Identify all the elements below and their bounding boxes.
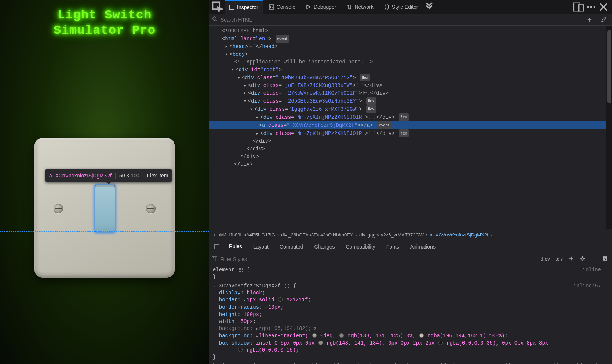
app-title-line1: Light Switch bbox=[0, 8, 209, 22]
tab-console[interactable]: Console bbox=[264, 0, 300, 14]
twisty-icon[interactable]: ▸ bbox=[256, 114, 260, 121]
funnel-icon bbox=[212, 256, 217, 262]
ellipsis-icon[interactable] bbox=[249, 44, 255, 48]
guide-h2 bbox=[0, 231, 209, 232]
tab-inspector[interactable]: Inspector bbox=[225, 0, 263, 14]
twisty-icon[interactable]: ▸ bbox=[256, 130, 260, 137]
dom-tree[interactable]: <!DOCTYPE html> <html lang="en"> event ▸… bbox=[209, 26, 612, 229]
flex-badge[interactable]: flex bbox=[366, 105, 376, 113]
ellipsis-icon[interactable] bbox=[363, 91, 369, 95]
tab-network[interactable]: Network bbox=[342, 0, 378, 14]
twisty-icon[interactable]: ▸ bbox=[244, 89, 248, 97]
light-mode-icon[interactable] bbox=[578, 256, 587, 262]
breadcrumb-item[interactable]: div._26bGEba3Euw3sOiNbho0EY bbox=[281, 232, 353, 238]
subtab-fonts[interactable]: Fonts bbox=[381, 240, 404, 253]
flex-badge[interactable]: flex bbox=[399, 129, 409, 137]
more-tabs-icon[interactable] bbox=[424, 1, 435, 12]
rule-selector[interactable]: .-XCVnVcYofozrSjDgMX2f bbox=[213, 283, 281, 289]
color-swatch-icon[interactable] bbox=[238, 348, 243, 352]
svg-rect-1 bbox=[230, 5, 234, 10]
rules-pane[interactable]: element {inline } .-XCVnVcYofozrSjDgMX2f… bbox=[209, 265, 612, 364]
twisty-icon[interactable]: ▾ bbox=[244, 98, 248, 105]
svg-rect-4 bbox=[579, 5, 583, 11]
dom-selected-row[interactable]: <a class="-XCVnVcYofozrSjDgMX2f"></a> ev… bbox=[209, 121, 610, 129]
twisty-icon[interactable]: ▾ bbox=[249, 106, 254, 113]
pick-element-icon[interactable] bbox=[212, 1, 223, 12]
breadcrumb: ‹ bMJHJb89HaA4P5UG17iG › div._26bGEba3Eu… bbox=[209, 229, 612, 240]
grip-icon[interactable] bbox=[238, 268, 243, 272]
rule-source[interactable]: inline:57 bbox=[573, 283, 601, 290]
page-preview: Light Switch Simulator Pro a.-XCnVncYofo… bbox=[0, 0, 209, 364]
flex-badge[interactable]: flex bbox=[399, 113, 409, 121]
color-swatch-icon[interactable] bbox=[312, 333, 317, 338]
cls-toggle[interactable]: .cls bbox=[554, 256, 565, 262]
subtab-layout[interactable]: Layout bbox=[248, 240, 274, 253]
event-badge[interactable]: event bbox=[276, 35, 289, 43]
flex-badge[interactable]: flex bbox=[366, 97, 376, 105]
eyedropper-icon[interactable] bbox=[598, 14, 609, 25]
subtab-compatibility[interactable]: Compatibility bbox=[340, 240, 380, 253]
breadcrumb-item-active[interactable]: a.-XCVnVcYofozrSjDgMX2f bbox=[430, 232, 488, 238]
svg-rect-9 bbox=[215, 244, 219, 249]
color-swatch-icon[interactable] bbox=[419, 333, 424, 338]
subtab-rules[interactable]: Rules bbox=[224, 240, 247, 253]
twisty-icon[interactable]: ▾ bbox=[231, 66, 236, 74]
new-rule-icon[interactable] bbox=[567, 256, 575, 262]
color-swatch-icon[interactable] bbox=[339, 333, 344, 338]
rule-source[interactable]: inline bbox=[583, 266, 601, 273]
guide-v1 bbox=[95, 0, 95, 364]
filter-styles-input[interactable] bbox=[220, 256, 536, 262]
twisty-icon[interactable]: ▾ bbox=[237, 74, 242, 82]
breadcrumb-item[interactable]: bMJHJb89HaA4P5UG17iG bbox=[217, 232, 275, 238]
app-title-line2: Simulator Pro bbox=[0, 23, 209, 37]
switch-plate bbox=[34, 138, 175, 278]
ellipsis-icon[interactable] bbox=[357, 83, 363, 87]
breadcrumb-item[interactable]: div.Igqghav2z6_xrMXT372GW bbox=[359, 232, 424, 238]
dom-doctype: <!DOCTYPE html> bbox=[222, 28, 268, 34]
guide-v2 bbox=[116, 0, 116, 364]
tooltip-selector: a.-XCnVncYofozrSjDgMX2f bbox=[49, 173, 116, 179]
color-swatch-icon[interactable] bbox=[278, 297, 283, 302]
grip-icon[interactable] bbox=[285, 284, 289, 288]
breadcrumb-prev-icon[interactable]: ‹ bbox=[211, 232, 217, 238]
devtools-tabbar: Inspector Console Debugger Network Style… bbox=[209, 0, 612, 14]
hov-toggle[interactable]: :hov bbox=[539, 256, 551, 262]
search-html-input[interactable] bbox=[221, 17, 581, 23]
search-icon bbox=[212, 16, 218, 23]
subtab-changes[interactable]: Changes bbox=[309, 240, 340, 253]
close-devtools-icon[interactable] bbox=[598, 1, 609, 12]
rule-selector[interactable]: element bbox=[213, 267, 234, 273]
dom-scrollbar[interactable] bbox=[606, 26, 612, 229]
inspector-tooltip: a.-XCnVncYofozrSjDgMX2f 50 × 100 Flex It… bbox=[45, 169, 172, 182]
tooltip-flex: Flex Item bbox=[143, 173, 168, 179]
svg-point-5 bbox=[587, 6, 589, 8]
breadcrumb-next-icon[interactable]: › bbox=[488, 232, 494, 238]
responsive-mode-icon[interactable] bbox=[573, 1, 584, 12]
ellipsis-icon[interactable] bbox=[369, 131, 375, 135]
tab-style-editor[interactable]: Style Editor bbox=[379, 0, 423, 14]
add-node-icon[interactable] bbox=[584, 14, 595, 25]
ellipsis-icon[interactable] bbox=[369, 115, 375, 119]
print-media-icon[interactable] bbox=[601, 256, 609, 262]
svg-point-8 bbox=[213, 17, 216, 20]
twisty-icon[interactable]: ▾ bbox=[225, 51, 229, 58]
kebab-menu-icon[interactable] bbox=[586, 1, 597, 12]
event-badge[interactable]: event bbox=[377, 121, 391, 129]
color-swatch-icon[interactable] bbox=[318, 341, 323, 345]
screw-right bbox=[146, 204, 156, 213]
subtab-computed[interactable]: Computed bbox=[274, 240, 309, 253]
dark-mode-icon[interactable] bbox=[590, 256, 598, 262]
twisty-icon[interactable]: ▸ bbox=[225, 43, 229, 51]
twisty-icon[interactable]: ▸ bbox=[244, 82, 248, 89]
tab-debugger[interactable]: Debugger bbox=[301, 0, 341, 14]
light-switch[interactable] bbox=[95, 185, 115, 232]
flex-badge[interactable]: flex bbox=[360, 74, 370, 81]
guide-h1 bbox=[0, 185, 209, 185]
subtab-animations[interactable]: Animations bbox=[405, 240, 441, 253]
rules-tabbar: Rules Layout Computed Changes Compatibil… bbox=[209, 240, 612, 253]
color-swatch-icon[interactable] bbox=[438, 341, 443, 345]
filter-overridden-icon[interactable]: ▽ bbox=[314, 326, 316, 331]
svg-point-6 bbox=[590, 6, 592, 8]
toggle-sidebar-icon[interactable] bbox=[211, 240, 223, 253]
styles-filter-bar: :hov .cls bbox=[209, 253, 612, 265]
